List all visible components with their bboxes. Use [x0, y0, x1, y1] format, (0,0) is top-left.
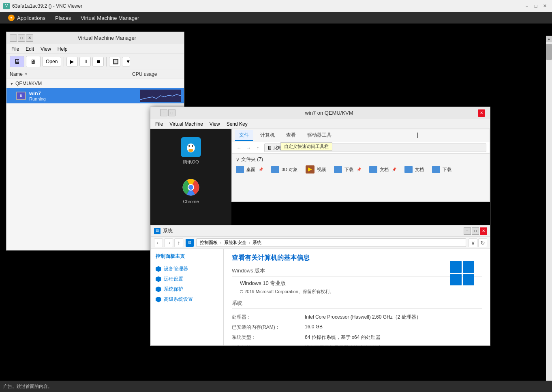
table-row: 处理器： Intel Core Processor (Haswell) 2.60…	[232, 312, 482, 322]
toolbar-separator2	[106, 57, 107, 66]
applications-label: Applications	[17, 15, 45, 21]
vmm-edit-menu[interactable]: Edit	[22, 44, 37, 54]
vmm-open-button[interactable]: Open	[42, 57, 61, 66]
applications-menu[interactable]: ✦ Applications	[3, 12, 50, 24]
vmm-minimize-button[interactable]: −	[10, 34, 17, 42]
vmm-dropdown-btn[interactable]: ▼	[122, 57, 130, 66]
sys-sidebar-item-remote[interactable]: 远程设置	[156, 274, 218, 284]
places-label: Places	[55, 15, 71, 21]
sys-up-btn[interactable]: ↑	[174, 238, 183, 247]
kvm-maximize-button[interactable]: □	[168, 109, 175, 116]
sys-back-btn[interactable]: ←	[154, 238, 163, 247]
vmm-screen-btn[interactable]: 🖥	[26, 56, 41, 67]
vmm-view-btn[interactable]: 🔲	[109, 57, 120, 66]
win10-explorer: 文件 计算机 查看 驱动器工具 自定义快速访问工具栏	[231, 129, 490, 202]
sys-section-label: 系统	[232, 300, 482, 309]
ribbon-tab-computer[interactable]: 计算机	[256, 130, 279, 141]
vmm-help-menu[interactable]: Help	[54, 44, 71, 54]
sys-minimize-btn[interactable]: −	[464, 227, 471, 235]
sys-sidebar: 控制面板主页 设备管理器 远程设置 系统保护	[151, 249, 224, 345]
kvm-window-title: win7 on QEMU/KVM	[180, 110, 478, 116]
vmm-view-menu[interactable]: View	[37, 44, 54, 54]
vm-info: win7 Running	[29, 90, 140, 101]
cursor-indicator	[417, 133, 421, 138]
ribbon-tab-drive[interactable]: 驱动器工具	[303, 130, 336, 141]
vmm-window-title: Virtual Machine Manager	[33, 35, 181, 41]
vnc-maximize-button[interactable]: □	[532, 2, 540, 10]
vmm-toolbar: 🖥 🖥 Open ▶ ⏸ ⏹ 🔲 ▼	[6, 54, 184, 69]
folder-downloads[interactable]: 下载 📌	[334, 165, 361, 174]
vmm-titlebar: − □ ✕ Virtual Machine Manager	[6, 32, 184, 44]
proc-value: Intel Core Processor (Haswell) 2.60 GHz（…	[305, 312, 482, 322]
toolbar-separator	[64, 57, 64, 66]
bc-sep1: ›	[220, 240, 222, 245]
name-column-header[interactable]: Name ▼	[10, 71, 132, 77]
group-arrow[interactable]: ▼	[10, 81, 14, 86]
name-column-label: Name	[10, 71, 23, 77]
kvm-sendkey-menu[interactable]: Send Key	[223, 119, 251, 129]
places-menu[interactable]: Places	[50, 12, 76, 24]
addr-back-btn[interactable]: ←	[235, 144, 243, 152]
kvm-file-menu[interactable]: File	[152, 119, 166, 129]
sys-expand-btn[interactable]: ∨	[469, 238, 477, 247]
vmm-pause-button[interactable]: ⏸	[79, 57, 91, 66]
vmm-vm-row-win7[interactable]: 🖥 win7 Running	[6, 88, 184, 103]
qq-app-icon[interactable]: 腾讯QQ	[181, 137, 201, 165]
right-scrollbar[interactable]: ▲ ▼	[546, 36, 552, 392]
kvm-view-menu[interactable]: View	[206, 119, 223, 129]
folder-3d[interactable]: 3D 对象	[271, 165, 297, 174]
sys-maximize-btn[interactable]: □	[472, 227, 479, 235]
sys-sidebar-title[interactable]: 控制面板主页	[156, 253, 218, 260]
bottom-bar: 广告。跳过首面的内容。	[0, 381, 552, 392]
addr-forward-btn[interactable]: →	[244, 144, 252, 152]
group-label: QEMU/KVM	[15, 81, 42, 86]
kvm-minimize-button[interactable]: −	[160, 109, 167, 116]
folder-downloads2[interactable]: 下载	[432, 165, 451, 174]
windows-version-section: Windows 版本 Windows 10 专业版 © 2019 Microso…	[232, 267, 482, 295]
table-row: 已安装的内存(RAM)： 16.0 GB	[232, 322, 482, 332]
sys-sidebar-item-advanced[interactable]: 高级系统设置	[156, 294, 218, 304]
sys-addr-controls: ∨ ↻	[469, 238, 487, 247]
vmm-stop-button[interactable]: ⏹	[92, 57, 104, 66]
vmm-run-button[interactable]: ▶	[66, 57, 78, 66]
vnc-close-button[interactable]: ✕	[541, 2, 549, 10]
sys-sidebar-item-devices[interactable]: 设备管理器	[156, 264, 218, 274]
cpu-column-header[interactable]: CPU usage	[132, 71, 181, 77]
bc-panel: 控制面板	[200, 240, 218, 246]
vmm-close-button[interactable]: ✕	[26, 34, 33, 42]
folder-section-title: ∨ 文件夹 (7)	[236, 156, 486, 163]
vmm-vm-icon-btn[interactable]: 🖥	[10, 56, 24, 67]
folder-collapse-icon: ∨	[236, 157, 240, 163]
table-row: 笔和触控： 没有可用于此显示器的笔或触控输入	[232, 343, 482, 345]
sys-main: 查看有关计算机的基本信息 Windows 版本 Windows 10 专业版 ©…	[224, 249, 490, 345]
sys-sidebar-item-protection[interactable]: 系统保护	[156, 284, 218, 294]
sys-refresh-btn[interactable]: ↻	[478, 238, 487, 247]
chrome-label: Chrome	[183, 199, 199, 204]
folder-docs[interactable]: 文档 📌	[369, 165, 396, 174]
win10-addressbar: ← → ↑ 🖥 此电脑 ›	[232, 142, 490, 154]
sys-forward-btn[interactable]: →	[164, 238, 173, 247]
kvm-content: 腾讯QQ	[150, 129, 490, 345]
vmm-file-menu[interactable]: File	[8, 44, 22, 54]
win-sq-4	[463, 274, 475, 286]
kvm-window: − □ win7 on QEMU/KVM ✕ File Virtual Mach…	[150, 107, 490, 346]
ribbon-tab-file[interactable]: 文件	[235, 130, 253, 141]
name-sort-arrow: ▼	[24, 72, 28, 76]
chrome-app-icon[interactable]: Chrome	[181, 177, 201, 204]
vnc-minimize-button[interactable]: −	[523, 2, 531, 10]
folder-videos[interactable]: 视频	[306, 165, 326, 174]
kvm-vm-menu[interactable]: Virtual Machine	[166, 119, 206, 129]
sys-window: 🖥 系统 − □ ✕ ← → ↑ 🖥 控制	[150, 225, 490, 345]
win10-folders: ∨ 文件夹 (7) 桌面 📌 3D 对象	[232, 154, 490, 176]
kvm-close-button[interactable]: ✕	[478, 109, 485, 117]
ribbon-tab-view[interactable]: 查看	[282, 130, 300, 141]
folder-desktop[interactable]: 桌面 📌	[236, 165, 263, 174]
vmm-maximize-button[interactable]: □	[18, 34, 25, 42]
sys-close-btn[interactable]: ✕	[480, 227, 487, 235]
vmm-menu[interactable]: Virtual Machine Manager	[76, 12, 144, 24]
folder-docs2[interactable]: 文档	[404, 165, 424, 174]
addr-up-btn[interactable]: ↑	[254, 144, 262, 152]
scrollbar-up-arrow[interactable]: ▲	[546, 36, 552, 42]
scrollbar-thumb[interactable]	[546, 44, 552, 60]
vm-icon: 🖥	[16, 92, 26, 100]
